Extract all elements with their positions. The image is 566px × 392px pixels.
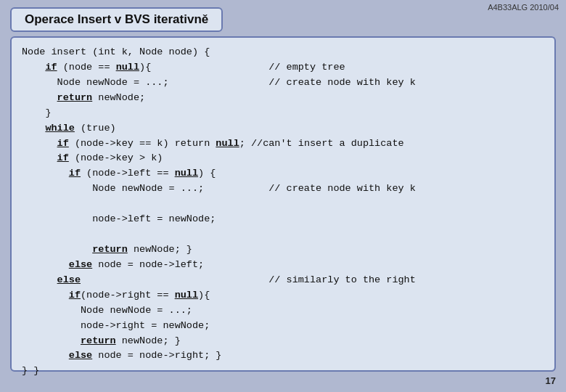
keyword-return2: return xyxy=(92,244,128,255)
code-line-16: else // similarly to the right xyxy=(33,274,416,285)
comment-4: // similarly to the right xyxy=(268,274,416,285)
keyword-return1: return xyxy=(57,92,93,103)
keyword-null1: null xyxy=(116,62,139,73)
code-block: Node insert (int k, Node node) { if (nod… xyxy=(10,36,556,372)
code-line-2: if (node == null){ // empty tree xyxy=(33,62,345,73)
keyword-else1: else xyxy=(69,259,92,270)
keyword-while: while xyxy=(45,123,75,134)
keyword-else3: else xyxy=(69,350,92,361)
keyword-if2: if xyxy=(57,138,69,149)
code-line-8: if (node->key > k) xyxy=(33,152,163,163)
slide: A4B33ALG 2010/04 Operace Insert v BVS it… xyxy=(0,0,566,392)
code-line-3: Node newNode = ...; // create node with … xyxy=(33,77,416,88)
comment-3: // create node with key k xyxy=(268,183,416,194)
code-line-18: Node newNode = ...; xyxy=(33,305,192,316)
keyword-null4: null xyxy=(175,290,198,301)
code-line-1: Node insert (int k, Node node) { xyxy=(22,46,210,57)
keyword-if: if xyxy=(45,62,57,73)
code-line-4: return newNode; xyxy=(33,92,145,103)
code-line-5: } xyxy=(33,107,51,118)
keyword-null2: null xyxy=(216,138,239,149)
code-line-19: node->right = newNode; xyxy=(33,320,210,331)
keyword-return3: return xyxy=(81,335,116,346)
page-number: 17 xyxy=(546,375,556,386)
keyword-if3: if xyxy=(57,152,69,163)
keyword-if5: if xyxy=(69,290,81,301)
code-line-17: if(node->right == null){ xyxy=(33,290,210,301)
code-line-20: return newNode; } xyxy=(33,335,181,346)
code-line-6: while (true) xyxy=(33,123,115,134)
code-line-9: if (node->left == null) { xyxy=(33,168,216,179)
keyword-null3: null xyxy=(175,168,198,179)
comment-1: // empty tree xyxy=(268,62,345,73)
comment-2: // create node with key k xyxy=(268,77,416,88)
keyword-if4: if xyxy=(69,168,81,179)
code-line-15: else node = node->left; xyxy=(33,259,204,270)
slide-title: Operace Insert v BVS iterativně xyxy=(10,7,223,32)
code-line-21: else node = node->right; } xyxy=(33,350,221,361)
code-line-12: node->left = newNode; xyxy=(33,213,216,224)
watermark: A4B33ALG 2010/04 xyxy=(488,3,559,12)
code-line-7: if (node->key == k) return null; //can't… xyxy=(33,138,403,149)
code-line-22: } } xyxy=(22,365,39,376)
code-line-14: return newNode; } xyxy=(33,244,192,255)
keyword-else2: else xyxy=(57,274,81,285)
code-line-10: Node newNode = ...; // create node with … xyxy=(33,183,416,194)
